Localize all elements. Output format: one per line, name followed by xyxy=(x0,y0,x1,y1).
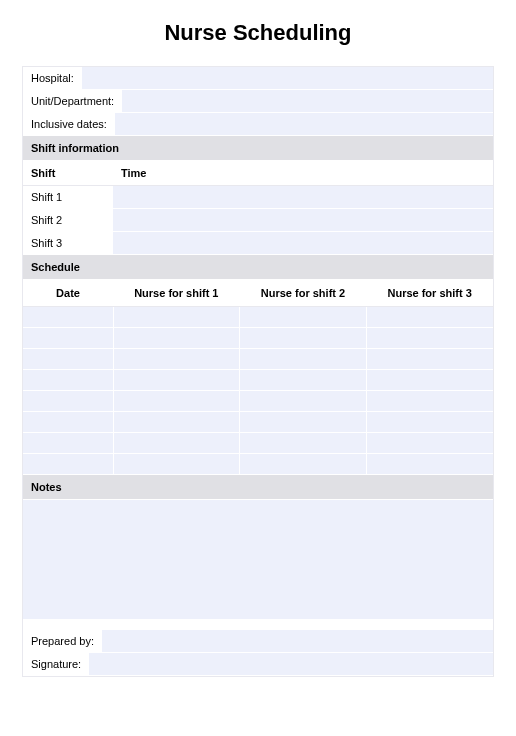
schedule-cell[interactable] xyxy=(113,433,240,454)
schedule-cell[interactable] xyxy=(240,391,367,412)
table-row: Shift 2 xyxy=(23,209,493,232)
dates-value[interactable] xyxy=(115,113,493,135)
schedule-cell[interactable] xyxy=(23,433,113,454)
schedule-cell[interactable] xyxy=(23,328,113,349)
schedule-cell[interactable] xyxy=(366,433,493,454)
table-row xyxy=(23,307,493,328)
shift-time[interactable] xyxy=(113,209,493,232)
schedule-cell[interactable] xyxy=(23,349,113,370)
schedule-cell[interactable] xyxy=(240,328,367,349)
prepared-label: Prepared by: xyxy=(23,630,102,652)
schedule-header-n3: Nurse for shift 3 xyxy=(366,280,493,307)
table-row: Shift 1 xyxy=(23,186,493,209)
schedule-cell[interactable] xyxy=(113,454,240,475)
schedule-cell[interactable] xyxy=(240,307,367,328)
table-row: Shift 3 xyxy=(23,232,493,255)
signature-block: Prepared by: Signature: xyxy=(23,630,493,676)
schedule-cell[interactable] xyxy=(366,349,493,370)
schedule-cell[interactable] xyxy=(366,454,493,475)
schedule-header-n2: Nurse for shift 2 xyxy=(240,280,367,307)
schedule-cell[interactable] xyxy=(113,391,240,412)
notes-area[interactable] xyxy=(23,500,493,620)
signature-row: Signature: xyxy=(23,653,493,676)
hospital-value[interactable] xyxy=(82,67,493,89)
schedule-cell[interactable] xyxy=(240,454,367,475)
schedule-cell[interactable] xyxy=(366,370,493,391)
schedule-cell[interactable] xyxy=(240,433,367,454)
shift-table: Shift Time Shift 1 Shift 2 Shift 3 xyxy=(23,161,493,255)
signature-label: Signature: xyxy=(23,653,89,675)
hospital-row: Hospital: xyxy=(23,67,493,90)
unit-label: Unit/Department: xyxy=(23,90,122,112)
schedule-cell[interactable] xyxy=(366,307,493,328)
schedule-cell[interactable] xyxy=(113,307,240,328)
schedule-cell[interactable] xyxy=(23,307,113,328)
table-row xyxy=(23,349,493,370)
schedule-cell[interactable] xyxy=(366,328,493,349)
shift-name: Shift 3 xyxy=(23,232,113,255)
schedule-section-header: Schedule xyxy=(23,255,493,280)
dates-label: Inclusive dates: xyxy=(23,113,115,135)
schedule-header-date: Date xyxy=(23,280,113,307)
schedule-cell[interactable] xyxy=(23,391,113,412)
shift-name: Shift 2 xyxy=(23,209,113,232)
schedule-cell[interactable] xyxy=(366,391,493,412)
shift-time[interactable] xyxy=(113,186,493,209)
prepared-value[interactable] xyxy=(102,630,493,652)
schedule-cell[interactable] xyxy=(113,412,240,433)
schedule-cell[interactable] xyxy=(23,412,113,433)
schedule-cell[interactable] xyxy=(240,370,367,391)
unit-row: Unit/Department: xyxy=(23,90,493,113)
prepared-row: Prepared by: xyxy=(23,630,493,653)
signature-value[interactable] xyxy=(89,653,493,675)
schedule-cell[interactable] xyxy=(240,412,367,433)
schedule-cell[interactable] xyxy=(240,349,367,370)
schedule-cell[interactable] xyxy=(113,370,240,391)
shift-time[interactable] xyxy=(113,232,493,255)
form-container: Hospital: Unit/Department: Inclusive dat… xyxy=(22,66,494,677)
shift-header-time: Time xyxy=(113,161,493,186)
schedule-cell[interactable] xyxy=(366,412,493,433)
schedule-cell[interactable] xyxy=(113,349,240,370)
notes-section-header: Notes xyxy=(23,475,493,500)
hospital-label: Hospital: xyxy=(23,67,82,89)
table-row xyxy=(23,433,493,454)
unit-value[interactable] xyxy=(122,90,493,112)
shift-section-header: Shift information xyxy=(23,136,493,161)
table-row xyxy=(23,370,493,391)
table-row xyxy=(23,454,493,475)
schedule-cell[interactable] xyxy=(23,370,113,391)
schedule-header-n1: Nurse for shift 1 xyxy=(113,280,240,307)
table-row xyxy=(23,412,493,433)
schedule-cell[interactable] xyxy=(23,454,113,475)
table-row xyxy=(23,328,493,349)
shift-name: Shift 1 xyxy=(23,186,113,209)
schedule-table: Date Nurse for shift 1 Nurse for shift 2… xyxy=(23,280,493,475)
shift-header-shift: Shift xyxy=(23,161,113,186)
page-title: Nurse Scheduling xyxy=(22,20,494,46)
table-row xyxy=(23,391,493,412)
schedule-cell[interactable] xyxy=(113,328,240,349)
dates-row: Inclusive dates: xyxy=(23,113,493,136)
